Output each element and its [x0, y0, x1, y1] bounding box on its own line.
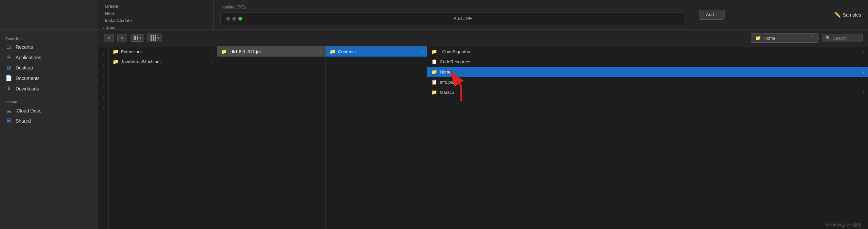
top-right-area: Add...	[692, 0, 800, 29]
row-chevron: ›	[211, 60, 213, 64]
expand-arrow-4[interactable]: ›	[98, 83, 108, 90]
search-area[interactable]: 🔍 Search	[822, 34, 863, 42]
file-row-contents[interactable]: 📁 Contents ›	[326, 46, 427, 57]
location-label: Home	[764, 36, 775, 41]
folder-icon: 📁	[113, 59, 118, 64]
documents-icon: 📄	[5, 75, 12, 81]
traffic-light-red	[226, 17, 230, 21]
samples-label: Samples	[843, 12, 861, 18]
file-name-home: Home	[440, 69, 860, 75]
icloud-section-label: iCloud	[0, 97, 98, 105]
file-name-jvms: JavaVirtualMachines	[121, 59, 209, 64]
add-button[interactable]: Add...	[699, 10, 725, 20]
grid-view-chevron: ▾	[157, 36, 159, 40]
back-button[interactable]: <	[104, 34, 114, 42]
row-chevron: ›	[863, 49, 864, 54]
file-row-infoplist[interactable]: 📋 Info.plist	[427, 77, 868, 87]
samples-area: ✏️ Samples	[800, 0, 868, 29]
watermark: CSDN @么(yáo)报贵	[826, 223, 861, 228]
samples-icon: ✏️	[834, 12, 841, 18]
add-jre-button[interactable]: Add JRE	[246, 16, 679, 21]
file-column-3: 📁 Contents ›	[326, 46, 427, 229]
file-columns-area: › › › › › › 📁 Extensions › 📁 JavaVirtual…	[98, 46, 868, 229]
file-name-contents: Contents	[338, 49, 419, 54]
file-row-jdk[interactable]: 📁 jdk1.8.0_311.jdk ›	[217, 46, 325, 57]
sidebar-item-desktop-label: Desktop	[16, 65, 33, 70]
sidebar-item-applications[interactable]: ✈ Applications	[0, 52, 98, 63]
traffic-light-yellow	[232, 17, 236, 21]
search-placeholder: Search	[833, 36, 847, 41]
recents-icon: 🗂	[5, 44, 12, 50]
traffic-light-green	[238, 17, 242, 21]
tree-item-java[interactable]: ∨ Java	[102, 24, 209, 29]
jre-center-area: Installed JREs: Add JRE	[214, 0, 692, 29]
file-row-coderesources[interactable]: 📋 CodeResources	[427, 57, 868, 67]
sidebar-item-desktop[interactable]: 🖥 Desktop	[0, 63, 98, 73]
applications-icon: ✈	[5, 54, 12, 61]
sidebar-item-downloads[interactable]: ⬇ Downloads	[0, 83, 98, 94]
file-name-jdk: jdk1.8.0_311.jdk	[230, 49, 317, 54]
folder-icon: 📁	[330, 49, 335, 54]
downloads-icon: ⬇	[5, 85, 12, 92]
forward-button[interactable]: >	[117, 34, 127, 42]
file-column-4: 📁 _CodeSignature › 📋 CodeResources 📁 Hom…	[427, 46, 868, 229]
traffic-lights	[226, 17, 242, 21]
sidebar-item-shared[interactable]: 🗄 Shared	[0, 116, 98, 126]
folder-icon: 📁	[431, 49, 437, 54]
expand-column: › › › › › ›	[98, 46, 108, 229]
file-row-extensions[interactable]: 📁 Extensions ›	[108, 46, 217, 57]
tree-item-gradle[interactable]: › Gradle	[102, 3, 209, 10]
folder-icon: 📁	[221, 49, 227, 54]
file-browser-wrapper: < > ▾ ▾	[98, 30, 868, 229]
file-name-macos: MacOS	[440, 90, 860, 95]
folder-icon: 📁	[431, 89, 437, 95]
expand-arrow-2[interactable]: ›	[98, 61, 108, 69]
row-chevron: ›	[863, 90, 864, 94]
jre-row: Add JRE	[220, 12, 685, 25]
expand-arrow[interactable]: ›	[98, 50, 108, 58]
tree-item-install-update[interactable]: › Install/Update	[102, 17, 209, 24]
favorites-section-label: Favorites	[0, 34, 98, 42]
expand-arrow-6[interactable]: ›	[98, 105, 108, 112]
sidebar-item-documents[interactable]: 📄 Documents	[0, 73, 98, 83]
file-row-codesignature[interactable]: 📁 _CodeSignature ›	[427, 46, 868, 57]
file-row-jvms[interactable]: 📁 JavaVirtualMachines ›	[108, 57, 217, 67]
sidebar-item-downloads-label: Downloads	[16, 86, 39, 91]
top-left-panel	[0, 0, 98, 29]
file-column-1: 📁 Extensions › 📁 JavaVirtualMachines ›	[108, 46, 217, 229]
tree-item-help[interactable]: › Help	[102, 10, 209, 17]
home-folder-icon: 📁	[755, 35, 761, 41]
expand-arrow-3[interactable]: ›	[98, 72, 108, 80]
sidebar-item-icloud-drive-label: iCloud Drive	[16, 108, 41, 113]
sidebar-item-icloud-drive[interactable]: ☁ iCloud Drive	[0, 105, 98, 116]
sidebar-item-shared-label: Shared	[16, 118, 31, 124]
doc-icon: 📋	[431, 79, 437, 85]
folder-icon: 📁	[113, 49, 118, 54]
row-chevron: ›	[863, 70, 864, 74]
folder-icon: 📁	[431, 69, 437, 75]
dropdown-chevron-icon: ⌃	[811, 36, 814, 40]
file-column-2: 📁 jdk1.8.0_311.jdk ›	[217, 46, 326, 229]
sidebar-item-recents[interactable]: 🗂 Recents	[0, 42, 98, 52]
file-row-macos[interactable]: 📁 MacOS ›	[427, 87, 868, 97]
grid-view-button[interactable]: ▾	[147, 34, 162, 42]
location-dropdown[interactable]: 📁 Home ⌃	[751, 33, 818, 43]
file-row-home[interactable]: 📁 Home ›	[427, 67, 868, 77]
search-icon: 🔍	[826, 36, 831, 40]
file-name-extensions: Extensions	[121, 49, 209, 54]
row-chevron: ›	[421, 49, 423, 54]
file-browser-header: < > ▾ ▾	[98, 30, 868, 46]
sidebar-item-applications-label: Applications	[16, 55, 41, 60]
expand-arrow-5[interactable]: ›	[98, 94, 108, 101]
shared-icon: 🗄	[5, 118, 12, 124]
column-view-chevron: ▾	[139, 36, 141, 40]
column-view-button[interactable]: ▾	[131, 34, 144, 42]
desktop-icon: 🖥	[5, 65, 12, 71]
sidebar-item-documents-label: Documents	[16, 76, 40, 81]
row-chevron: ›	[320, 49, 321, 54]
grid-view-icon	[151, 35, 156, 41]
file-name-coderesources: CodeResources	[440, 59, 864, 64]
icloud-drive-icon: ☁	[5, 107, 12, 114]
sidebar: Favorites 🗂 Recents ✈ Applications 🖥 Des…	[0, 30, 98, 229]
column-view-icon	[134, 36, 138, 40]
